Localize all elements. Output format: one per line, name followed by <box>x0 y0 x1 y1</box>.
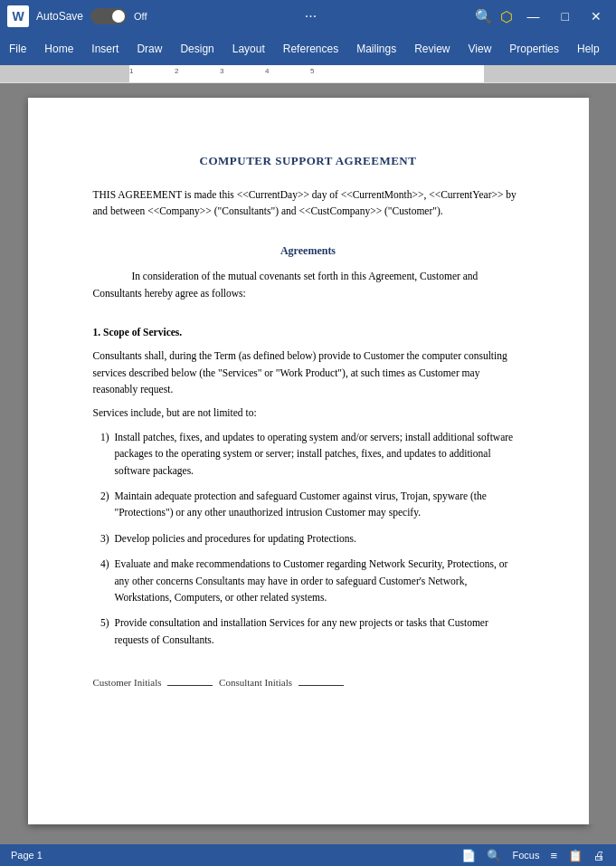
vertical-ruler-left <box>14 98 28 824</box>
autosave-label: AutoSave <box>36 10 83 23</box>
view-icon[interactable]: 📋 <box>568 849 583 862</box>
menu-review[interactable]: Review <box>405 33 459 65</box>
list-item: 4) Evaluate and make recommendations to … <box>93 556 524 605</box>
list-content-5: Provide consultation and installation Se… <box>115 614 524 648</box>
list-num-2: 2) <box>93 488 109 521</box>
search-icon[interactable]: 🔍 <box>475 8 493 25</box>
ruler-left-margin <box>14 65 129 82</box>
scope-para-2: Services include, but are not limited to… <box>93 404 524 421</box>
consultant-initials-blank <box>299 685 344 686</box>
blank-line-2 <box>93 314 524 325</box>
document-title: COMPUTER SUPPORT AGREEMENT <box>93 152 524 170</box>
blank-line-1 <box>93 232 524 243</box>
menu-draw[interactable]: Draw <box>128 33 171 65</box>
menu-references[interactable]: References <box>274 33 347 65</box>
maximize-button[interactable]: □ <box>554 9 576 24</box>
menu-bar: File Home Insert Draw Design Layout Refe… <box>0 33 616 65</box>
intro-paragraph: THIS AGREEMENT is made this <<CurrentDay… <box>93 186 524 220</box>
horizontal-ruler: 1 2 3 4 5 <box>0 65 616 83</box>
word-icon: W <box>7 5 29 27</box>
list-num-5: 5) <box>93 614 109 648</box>
focus-icon[interactable]: 🔍 <box>487 849 501 862</box>
customer-initials-blank <box>167 685 213 686</box>
page-indicator: Page 1 <box>11 850 43 861</box>
menu-design[interactable]: Design <box>171 33 223 65</box>
ruler-right-margin <box>484 65 602 82</box>
list-content-4: Evaluate and make recommendations to Cus… <box>115 556 524 605</box>
list-item: 3) Develop policies and procedures for u… <box>93 530 524 547</box>
list-num-3: 3) <box>93 530 109 547</box>
list-num-1: 1) <box>93 429 109 479</box>
list-item: 2) Maintain adequate protection and safe… <box>93 488 524 521</box>
close-button[interactable]: ✕ <box>583 9 609 24</box>
ruler-inner: 1 2 3 4 5 <box>129 65 484 82</box>
menu-insert[interactable]: Insert <box>82 33 128 65</box>
focus-label[interactable]: Focus <box>512 850 539 861</box>
menu-mailings[interactable]: Mailings <box>347 33 405 65</box>
autosave-knob <box>112 10 125 23</box>
list-content-3: Develop policies and procedures for upda… <box>115 530 524 547</box>
menu-home[interactable]: Home <box>35 33 82 65</box>
menu-properties[interactable]: Properties <box>500 33 568 65</box>
consultant-initials-label: Consultant Initials <box>219 677 292 688</box>
document-area: COMPUTER SUPPORT AGREEMENT THIS AGREEMEN… <box>0 83 616 844</box>
menu-acrobat[interactable]: Acrobat <box>609 33 616 65</box>
list-content-1: Install patches, fixes, and updates to o… <box>115 429 524 479</box>
list-content-2: Maintain adequate protection and safegua… <box>115 488 524 521</box>
list-item: 1) Install patches, fixes, and updates t… <box>93 429 524 479</box>
word-count-icon[interactable]: 📄 <box>461 849 476 862</box>
agreements-heading: Agreements <box>93 243 524 259</box>
initials-line: Customer Initials Consultant Initials <box>93 675 524 690</box>
list-item: 5) Provide consultation and installation… <box>93 614 524 648</box>
status-bar: Page 1 📄 🔍 Focus ≡ 📋 🖨 <box>0 844 616 866</box>
menu-file[interactable]: File <box>0 33 35 65</box>
autosave-toggle[interactable] <box>90 8 127 24</box>
customer-initials-label: Customer Initials <box>93 677 162 688</box>
more-options-icon[interactable]: ··· <box>305 8 317 24</box>
agreements-intro: In consideration of the mutual covenants… <box>93 268 524 301</box>
menu-view[interactable]: View <box>460 33 501 65</box>
list-num-4: 4) <box>93 556 109 605</box>
menu-help[interactable]: Help <box>568 33 609 65</box>
title-bar: W AutoSave Off ··· 🔍 ⬡ — □ ✕ <box>0 0 616 33</box>
scope-heading: 1. Scope of Services. <box>93 325 524 340</box>
scope-para-1: Consultants shall, during the Term (as d… <box>93 347 524 397</box>
vertical-ruler-right <box>589 98 603 824</box>
layout-icon[interactable]: ≡ <box>550 849 557 862</box>
menu-layout[interactable]: Layout <box>223 33 274 65</box>
minimize-button[interactable]: — <box>520 9 547 24</box>
autosave-state: Off <box>134 11 147 22</box>
diamond-icon[interactable]: ⬡ <box>500 8 513 25</box>
print-icon[interactable]: 🖨 <box>593 849 605 862</box>
document-page[interactable]: COMPUTER SUPPORT AGREEMENT THIS AGREEMEN… <box>28 98 589 824</box>
